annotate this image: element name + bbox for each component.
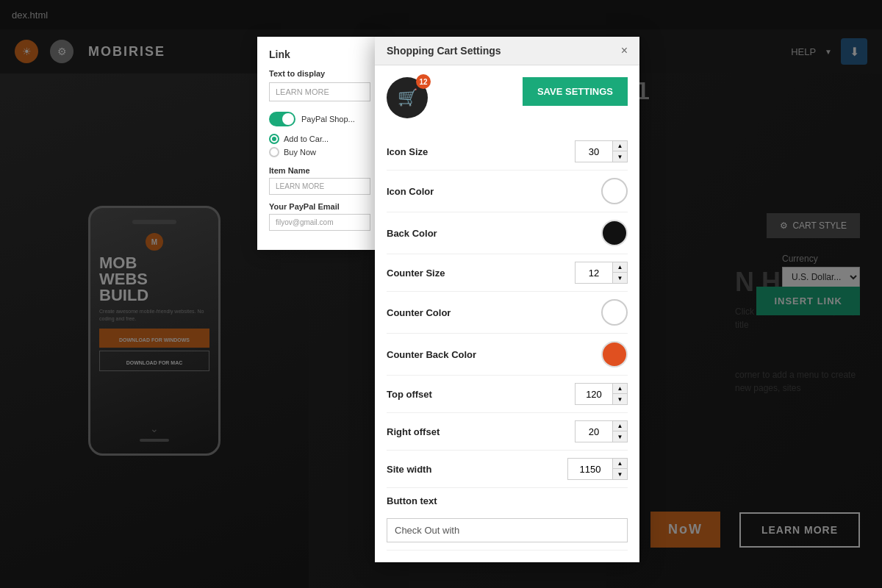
text-to-display-input[interactable] [269,82,370,101]
counter-size-spinner: ▲ ▼ [575,262,628,284]
link-panel: Link Text to display PayPal Shop... Add … [257,37,382,250]
toggle-knob [282,113,294,125]
cart-badge: 12 [416,74,431,89]
paypal-toggle[interactable] [269,112,295,126]
cart-modal-body: 🛒 12 SAVE SETTINGS Icon Size ▲ ▼ Ico [375,65,639,562]
site-width-label: Site width [387,464,431,475]
counter-size-row: Counter Size ▲ ▼ [387,254,628,292]
cart-top-row: 🛒 12 SAVE SETTINGS [387,77,628,118]
counter-size-control: ▲ ▼ [575,262,628,284]
paypal-email-label: Your PayPal Email [269,202,370,211]
icon-size-up-btn[interactable]: ▲ [612,141,627,151]
site-width-down-btn[interactable]: ▼ [612,469,627,479]
right-offset-spinner: ▲ ▼ [575,420,628,442]
site-width-input[interactable] [568,459,612,479]
button-text-label: Button text [387,495,628,506]
site-width-spinner-btns: ▲ ▼ [612,459,627,479]
modal-close-button[interactable]: × [621,44,628,57]
top-offset-spinner: ▲ ▼ [575,383,628,405]
site-width-up-btn[interactable]: ▲ [612,459,627,469]
add-to-cart-label: Add to Car... [284,135,329,143]
icon-color-swatch[interactable] [601,178,628,204]
icon-size-row: Icon Size ▲ ▼ [387,133,628,171]
cart-modal-title: Shopping Cart Settings [387,45,501,57]
icon-size-label: Icon Size [387,146,428,157]
link-panel-title: Link [269,49,370,60]
top-offset-up-btn[interactable]: ▲ [612,384,627,394]
right-offset-row: Right offset ▲ ▼ [387,413,628,451]
back-color-label: Back Color [387,228,437,239]
paypal-email-input[interactable] [269,214,370,231]
item-name-input[interactable] [269,178,370,195]
add-to-cart-radio[interactable]: Add to Car... [269,134,370,144]
counter-size-spinner-btns: ▲ ▼ [612,262,627,283]
button-text-input[interactable] [387,518,628,542]
right-offset-down-btn[interactable]: ▼ [612,431,627,442]
paypal-label: PayPal Shop... [301,115,355,123]
buy-now-radio-btn[interactable] [269,147,279,157]
counter-color-label: Counter Color [387,307,451,318]
paypal-radio-group: Add to Car... Buy Now [269,134,370,157]
top-offset-spinner-btns: ▲ ▼ [612,384,627,404]
text-to-display-label: Text to display [269,69,370,78]
buy-now-radio[interactable]: Buy Now [269,147,370,157]
cart-icon-wrap: 🛒 12 [387,77,428,118]
right-offset-label: Right offset [387,426,440,437]
back-color-swatch[interactable] [601,220,628,246]
buy-now-label: Buy Now [284,148,316,157]
save-settings-button[interactable]: SAVE SETTINGS [523,77,628,106]
cart-modal-header: Shopping Cart Settings × [375,37,639,65]
back-color-row: Back Color [387,212,628,254]
button-text-row: Button text [387,488,628,551]
counter-back-color-label: Counter Back Color [387,349,476,360]
counter-back-color-row: Counter Back Color [387,334,628,376]
item-name-label: Item Name [269,166,370,175]
top-offset-down-btn[interactable]: ▼ [612,394,627,404]
icon-size-down-btn[interactable]: ▼ [612,151,627,162]
right-offset-up-btn[interactable]: ▲ [612,421,627,431]
icon-size-control: ▲ ▼ [575,140,628,162]
icon-size-spinner-btns: ▲ ▼ [612,141,627,162]
icon-size-input[interactable] [576,141,612,162]
top-offset-row: Top offset ▲ ▼ [387,376,628,413]
site-width-row: Site width ▲ ▼ [387,451,628,488]
icon-color-label: Icon Color [387,186,434,197]
counter-size-up-btn[interactable]: ▲ [612,262,627,273]
counter-size-input[interactable] [576,262,612,283]
counter-back-color-swatch[interactable] [601,341,628,368]
counter-size-label: Counter Size [387,268,445,279]
counter-color-swatch[interactable] [601,299,628,326]
top-offset-input[interactable] [576,384,612,404]
counter-color-row: Counter Color [387,292,628,334]
right-offset-input[interactable] [576,421,612,442]
icon-size-spinner: ▲ ▼ [575,140,628,162]
paypal-toggle-row: PayPal Shop... [269,112,370,126]
right-offset-spinner-btns: ▲ ▼ [612,421,627,442]
site-width-spinner: ▲ ▼ [567,458,628,480]
add-to-cart-radio-btn[interactable] [269,134,279,144]
counter-size-down-btn[interactable]: ▼ [612,273,627,283]
cart-icon: 🛒 [398,88,417,107]
cart-settings-modal: Shopping Cart Settings × 🛒 12 SAVE SETTI… [375,37,639,562]
top-offset-label: Top offset [387,389,432,400]
icon-color-row: Icon Color [387,171,628,212]
